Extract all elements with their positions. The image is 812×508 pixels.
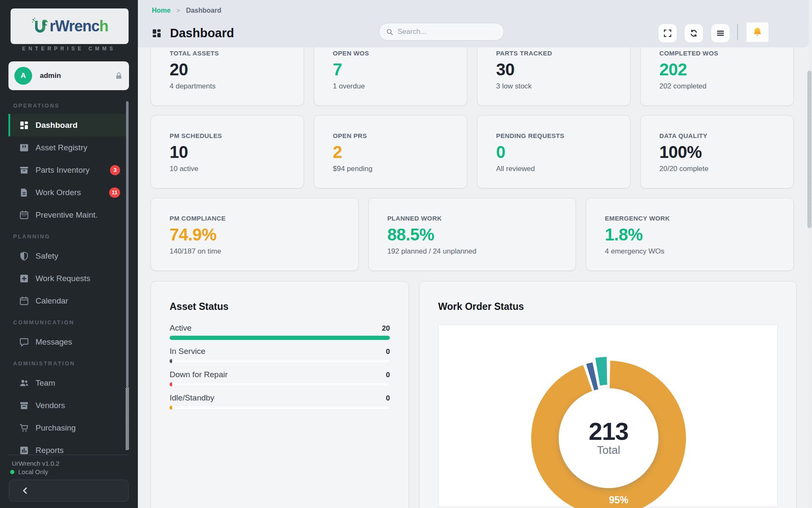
section-label-communication: COMMUNICATION — [13, 319, 138, 327]
logo[interactable]: rWrench — [11, 8, 129, 44]
sidebar-item-preventive-maint[interactable]: Preventive Maint. — [8, 204, 127, 226]
fullscreen-icon — [664, 29, 672, 37]
sidebar-item-purchasing[interactable]: Purchasing — [8, 417, 127, 439]
breadcrumb-separator: > — [176, 7, 180, 14]
asset-status-row-in-service: In Service0 — [170, 347, 390, 363]
sidebar-menu: OPERATIONS Dashboard Asset Registry Part… — [0, 90, 138, 455]
sidebar-collapse-button[interactable] — [9, 480, 129, 502]
donut-total-label: Total — [558, 444, 659, 457]
work-orders-icon — [19, 188, 29, 198]
kpi-card-pm-schedules[interactable]: PM SCHEDULES 10 10 active — [151, 115, 304, 188]
asset-status-row-down-for-repair: Down for Repair0 — [170, 370, 390, 387]
kpi-card-pm-compliance[interactable]: PM COMPLIANCE 74.9% 140/187 on time — [151, 198, 359, 271]
vendors-icon — [19, 400, 29, 411]
sidebar-item-parts-inventory[interactable]: Parts Inventory 3 — [8, 159, 127, 181]
section-label-operations: OPERATIONS — [13, 102, 138, 110]
sidebar-scrollbar-track[interactable] — [126, 387, 129, 450]
header-divider — [737, 24, 738, 40]
logo-wrench-icon — [31, 16, 49, 37]
reports-icon — [19, 445, 29, 455]
asset-status-bars: Active20 In Service0 Down for Repair0 — [170, 323, 390, 410]
connection-status: Local Only — [10, 468, 48, 475]
fullscreen-button[interactable] — [658, 24, 677, 42]
sidebar-item-messages[interactable]: Messages — [8, 331, 127, 353]
team-icon — [19, 378, 29, 388]
preventive-maint-icon — [19, 210, 29, 220]
asset-status-row-idle-standby: Idle/Standby0 — [170, 393, 390, 410]
sidebar-item-vendors[interactable]: Vendors — [8, 394, 127, 417]
refresh-icon — [690, 29, 698, 37]
kpi-card-pending-requests[interactable]: PENDING REQUESTS 0 All reviewed — [477, 115, 631, 188]
sidebar-item-asset-registry[interactable]: Asset Registry — [8, 136, 127, 159]
logo-text: rWrench — [49, 17, 108, 35]
kpi-row-3: PM COMPLIANCE 74.9% 140/187 on time PLAN… — [151, 198, 794, 271]
kpi-row-1: TOTAL ASSETS 20 4 departments OPEN WOS 7… — [151, 47, 794, 106]
dashboard-title-icon — [151, 28, 162, 39]
logo-subtitle: ENTERPRISE CMMS — [0, 46, 138, 52]
sidebar-item-safety[interactable]: Safety — [8, 245, 127, 267]
asset-status-title: Asset Status — [170, 301, 390, 312]
sidebar-item-dashboard[interactable]: Dashboard — [8, 114, 127, 136]
menu-button[interactable] — [711, 24, 730, 42]
section-label-planning: PLANNING — [13, 233, 138, 241]
search-placeholder: Search... — [398, 28, 426, 36]
idle-standby-bar — [170, 406, 172, 410]
search-icon — [386, 28, 393, 36]
kpi-card-parts-tracked[interactable]: PARTS TRACKED 30 3 low stock — [477, 47, 631, 106]
kpi-card-open-wos[interactable]: OPEN WOS 7 1 overdue — [314, 47, 467, 106]
sidebar-item-reports[interactable]: Reports — [8, 439, 127, 455]
down-for-repair-bar — [170, 382, 172, 387]
work-requests-icon — [19, 273, 29, 284]
sidebar-item-team[interactable]: Team — [8, 372, 127, 394]
parts-inventory-badge: 3 — [110, 165, 120, 175]
sidebar-item-work-orders[interactable]: Work Orders 11 — [8, 181, 127, 204]
kpi-card-open-prs[interactable]: OPEN PRS 2 $94 pending — [314, 115, 467, 188]
user-name: admin — [40, 72, 115, 80]
lock-icon — [115, 72, 123, 80]
dashboard-icon — [19, 120, 29, 130]
charts-row: Asset Status Active20 In Service0 Down f… — [151, 281, 794, 508]
asset-registry-icon — [19, 143, 29, 153]
sidebar-item-work-requests[interactable]: Work Requests — [8, 267, 127, 290]
sidebar-scrollbar-thumb[interactable] — [126, 101, 129, 387]
calendar-icon — [19, 296, 29, 306]
chevron-left-icon — [22, 487, 28, 494]
user-card[interactable]: A admin — [8, 61, 129, 90]
sidebar-item-calendar[interactable]: Calendar — [8, 290, 127, 312]
parts-inventory-icon — [19, 165, 29, 175]
main-area: TOTAL ASSETS 20 4 departments OPEN WOS 7… — [138, 0, 812, 508]
page-title: Dashboard — [170, 26, 234, 40]
work-order-donut: 213 Total 95% — [439, 325, 778, 507]
donut-slice-percentage: 95% — [602, 494, 636, 506]
sidebar-footer-divider — [8, 455, 129, 455]
purchasing-icon — [19, 423, 29, 433]
work-order-status-title: Work Order Status — [438, 301, 778, 312]
avatar: A — [14, 67, 32, 85]
kpi-card-completed-wos[interactable]: COMPLETED WOS 202 202 completed — [640, 47, 794, 106]
hamburger-icon — [716, 29, 724, 37]
breadcrumb-current: Dashboard — [186, 7, 222, 14]
notifications-button[interactable] — [746, 22, 768, 42]
app: rWrench ENTERPRISE CMMS A admin OPERATIO… — [0, 0, 812, 508]
dashboard-content: TOTAL ASSETS 20 4 departments OPEN WOS 7… — [138, 47, 812, 508]
kpi-card-planned-work[interactable]: PLANNED WORK 88.5% 192 planned / 24 unpl… — [368, 198, 576, 271]
kpi-row-2: PM SCHEDULES 10 10 active OPEN PRS 2 $94… — [151, 115, 794, 188]
status-dot — [10, 470, 14, 474]
breadcrumb: Home > Dashboard — [152, 7, 221, 14]
asset-status-card: Asset Status Active20 In Service0 Down f… — [151, 281, 409, 508]
asset-status-row-active: Active20 — [170, 323, 390, 340]
kpi-card-emergency-work[interactable]: EMERGENCY WORK 1.8% 4 emergency WOs — [586, 198, 794, 271]
refresh-button[interactable] — [685, 24, 703, 42]
kpi-card-data-quality[interactable]: DATA QUALITY 100% 20/20 complete — [640, 115, 794, 188]
page-header: Home > Dashboard Dashboard Search... — [138, 0, 809, 47]
breadcrumb-home-link[interactable]: Home — [152, 7, 170, 14]
work-orders-badge: 11 — [109, 188, 120, 198]
search-input[interactable]: Search... — [379, 23, 504, 41]
messages-icon — [19, 337, 29, 347]
work-order-status-card: Work Order Status 213 Total 95% — [419, 281, 797, 508]
kpi-card-total-assets[interactable]: TOTAL ASSETS 20 4 departments — [151, 47, 304, 106]
work-order-donut-panel: 213 Total 95% — [438, 325, 778, 507]
page-scrollbar-thumb[interactable] — [807, 71, 812, 228]
in-service-bar — [170, 359, 172, 363]
sidebar: rWrench ENTERPRISE CMMS A admin OPERATIO… — [0, 0, 138, 508]
